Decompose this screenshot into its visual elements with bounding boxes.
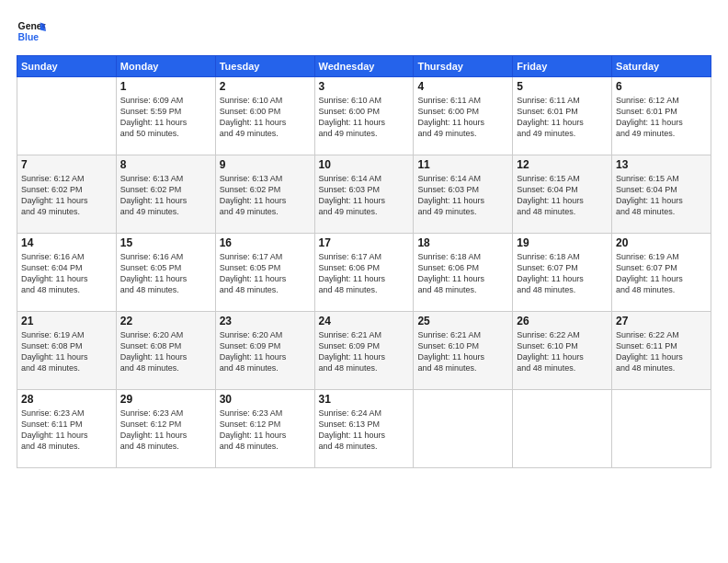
day-info: Sunrise: 6:17 AM Sunset: 6:06 PM Dayligh… — [319, 251, 410, 296]
weekday-header-friday: Friday — [513, 56, 612, 77]
day-number: 6 — [616, 80, 707, 93]
calendar-cell — [513, 390, 612, 468]
day-info: Sunrise: 6:12 AM Sunset: 6:01 PM Dayligh… — [616, 95, 707, 140]
calendar-cell: 10Sunrise: 6:14 AM Sunset: 6:03 PM Dayli… — [314, 155, 414, 234]
day-info: Sunrise: 6:19 AM Sunset: 6:08 PM Dayligh… — [21, 329, 112, 374]
calendar-cell: 31Sunrise: 6:24 AM Sunset: 6:13 PM Dayli… — [314, 390, 414, 468]
day-info: Sunrise: 6:24 AM Sunset: 6:13 PM Dayligh… — [319, 408, 410, 453]
weekday-header-row: SundayMondayTuesdayWednesdayThursdayFrid… — [17, 56, 711, 77]
calendar-cell: 14Sunrise: 6:16 AM Sunset: 6:04 PM Dayli… — [17, 234, 117, 312]
day-info: Sunrise: 6:10 AM Sunset: 6:00 PM Dayligh… — [220, 95, 311, 140]
calendar-cell: 3Sunrise: 6:10 AM Sunset: 6:00 PM Daylig… — [314, 77, 414, 155]
day-number: 9 — [220, 158, 311, 171]
logo-icon: General Blue — [17, 17, 46, 46]
day-number: 19 — [517, 236, 608, 249]
day-number: 21 — [21, 315, 112, 327]
calendar-cell: 24Sunrise: 6:21 AM Sunset: 6:09 PM Dayli… — [314, 312, 414, 390]
day-number: 23 — [220, 315, 311, 327]
day-number: 17 — [319, 236, 410, 249]
weekday-header-monday: Monday — [116, 56, 215, 77]
calendar-cell: 13Sunrise: 6:15 AM Sunset: 6:04 PM Dayli… — [612, 155, 711, 234]
day-number: 4 — [417, 80, 508, 93]
calendar-cell: 8Sunrise: 6:13 AM Sunset: 6:02 PM Daylig… — [116, 155, 215, 234]
calendar-week-4: 21Sunrise: 6:19 AM Sunset: 6:08 PM Dayli… — [17, 312, 711, 390]
calendar-cell — [612, 390, 711, 468]
calendar-cell: 2Sunrise: 6:10 AM Sunset: 6:00 PM Daylig… — [215, 77, 314, 155]
day-info: Sunrise: 6:18 AM Sunset: 6:06 PM Dayligh… — [417, 251, 508, 296]
day-info: Sunrise: 6:13 AM Sunset: 6:02 PM Dayligh… — [220, 173, 311, 218]
day-number: 20 — [616, 236, 707, 249]
day-number: 27 — [616, 315, 707, 327]
calendar-cell: 19Sunrise: 6:18 AM Sunset: 6:07 PM Dayli… — [513, 234, 612, 312]
day-number: 2 — [220, 80, 311, 93]
day-number: 16 — [220, 236, 311, 249]
day-info: Sunrise: 6:22 AM Sunset: 6:10 PM Dayligh… — [517, 329, 608, 374]
day-number: 5 — [517, 80, 608, 93]
calendar-cell: 1Sunrise: 6:09 AM Sunset: 5:59 PM Daylig… — [116, 77, 215, 155]
calendar-week-3: 14Sunrise: 6:16 AM Sunset: 6:04 PM Dayli… — [17, 234, 711, 312]
calendar-cell: 22Sunrise: 6:20 AM Sunset: 6:08 PM Dayli… — [116, 312, 215, 390]
calendar-week-5: 28Sunrise: 6:23 AM Sunset: 6:11 PM Dayli… — [17, 390, 711, 468]
calendar-week-1: 1Sunrise: 6:09 AM Sunset: 5:59 PM Daylig… — [17, 77, 711, 155]
day-info: Sunrise: 6:17 AM Sunset: 6:05 PM Dayligh… — [220, 251, 311, 296]
calendar-cell: 17Sunrise: 6:17 AM Sunset: 6:06 PM Dayli… — [314, 234, 414, 312]
day-info: Sunrise: 6:23 AM Sunset: 6:12 PM Dayligh… — [220, 408, 311, 453]
calendar-cell — [17, 77, 117, 155]
calendar-cell: 27Sunrise: 6:22 AM Sunset: 6:11 PM Dayli… — [612, 312, 711, 390]
calendar: SundayMondayTuesdayWednesdayThursdayFrid… — [17, 55, 711, 468]
day-number: 29 — [120, 393, 211, 406]
calendar-cell: 25Sunrise: 6:21 AM Sunset: 6:10 PM Dayli… — [414, 312, 513, 390]
day-number: 14 — [21, 236, 112, 249]
calendar-cell: 11Sunrise: 6:14 AM Sunset: 6:03 PM Dayli… — [414, 155, 513, 234]
calendar-cell: 30Sunrise: 6:23 AM Sunset: 6:12 PM Dayli… — [215, 390, 314, 468]
calendar-cell: 21Sunrise: 6:19 AM Sunset: 6:08 PM Dayli… — [17, 312, 117, 390]
day-number: 22 — [120, 315, 211, 327]
day-info: Sunrise: 6:22 AM Sunset: 6:11 PM Dayligh… — [616, 329, 707, 374]
calendar-cell: 29Sunrise: 6:23 AM Sunset: 6:12 PM Dayli… — [116, 390, 215, 468]
day-info: Sunrise: 6:23 AM Sunset: 6:11 PM Dayligh… — [21, 408, 112, 453]
svg-text:Blue: Blue — [18, 32, 40, 42]
day-info: Sunrise: 6:14 AM Sunset: 6:03 PM Dayligh… — [417, 173, 508, 218]
weekday-header-saturday: Saturday — [612, 56, 711, 77]
day-number: 10 — [319, 158, 410, 171]
day-number: 15 — [120, 236, 211, 249]
day-number: 11 — [417, 158, 508, 171]
day-info: Sunrise: 6:15 AM Sunset: 6:04 PM Dayligh… — [616, 173, 707, 218]
header: General Blue — [17, 17, 711, 46]
calendar-cell: 9Sunrise: 6:13 AM Sunset: 6:02 PM Daylig… — [215, 155, 314, 234]
calendar-cell: 23Sunrise: 6:20 AM Sunset: 6:09 PM Dayli… — [215, 312, 314, 390]
day-info: Sunrise: 6:18 AM Sunset: 6:07 PM Dayligh… — [517, 251, 608, 296]
day-info: Sunrise: 6:20 AM Sunset: 6:09 PM Dayligh… — [220, 329, 311, 374]
calendar-cell: 28Sunrise: 6:23 AM Sunset: 6:11 PM Dayli… — [17, 390, 117, 468]
day-number: 18 — [417, 236, 508, 249]
day-info: Sunrise: 6:16 AM Sunset: 6:04 PM Dayligh… — [21, 251, 112, 296]
calendar-week-2: 7Sunrise: 6:12 AM Sunset: 6:02 PM Daylig… — [17, 155, 711, 234]
calendar-cell — [414, 390, 513, 468]
calendar-cell: 26Sunrise: 6:22 AM Sunset: 6:10 PM Dayli… — [513, 312, 612, 390]
day-number: 1 — [120, 80, 211, 93]
day-number: 30 — [220, 393, 311, 406]
day-number: 25 — [417, 315, 508, 327]
day-info: Sunrise: 6:14 AM Sunset: 6:03 PM Dayligh… — [319, 173, 410, 218]
day-number: 24 — [319, 315, 410, 327]
weekday-header-sunday: Sunday — [17, 56, 117, 77]
day-info: Sunrise: 6:16 AM Sunset: 6:05 PM Dayligh… — [120, 251, 211, 296]
day-number: 31 — [319, 393, 410, 406]
calendar-cell: 7Sunrise: 6:12 AM Sunset: 6:02 PM Daylig… — [17, 155, 117, 234]
day-info: Sunrise: 6:11 AM Sunset: 6:00 PM Dayligh… — [417, 95, 508, 140]
calendar-cell: 18Sunrise: 6:18 AM Sunset: 6:06 PM Dayli… — [414, 234, 513, 312]
day-info: Sunrise: 6:12 AM Sunset: 6:02 PM Dayligh… — [21, 173, 112, 218]
weekday-header-tuesday: Tuesday — [215, 56, 314, 77]
day-info: Sunrise: 6:15 AM Sunset: 6:04 PM Dayligh… — [517, 173, 608, 218]
day-number: 12 — [517, 158, 608, 171]
weekday-header-thursday: Thursday — [414, 56, 513, 77]
day-info: Sunrise: 6:23 AM Sunset: 6:12 PM Dayligh… — [120, 408, 211, 453]
day-info: Sunrise: 6:11 AM Sunset: 6:01 PM Dayligh… — [517, 95, 608, 140]
calendar-cell: 20Sunrise: 6:19 AM Sunset: 6:07 PM Dayli… — [612, 234, 711, 312]
page: General Blue SundayMondayTuesdayWednesda… — [0, 0, 728, 563]
day-number: 8 — [120, 158, 211, 171]
day-info: Sunrise: 6:19 AM Sunset: 6:07 PM Dayligh… — [616, 251, 707, 296]
logo: General Blue — [17, 17, 46, 46]
calendar-cell: 5Sunrise: 6:11 AM Sunset: 6:01 PM Daylig… — [513, 77, 612, 155]
day-number: 26 — [517, 315, 608, 327]
